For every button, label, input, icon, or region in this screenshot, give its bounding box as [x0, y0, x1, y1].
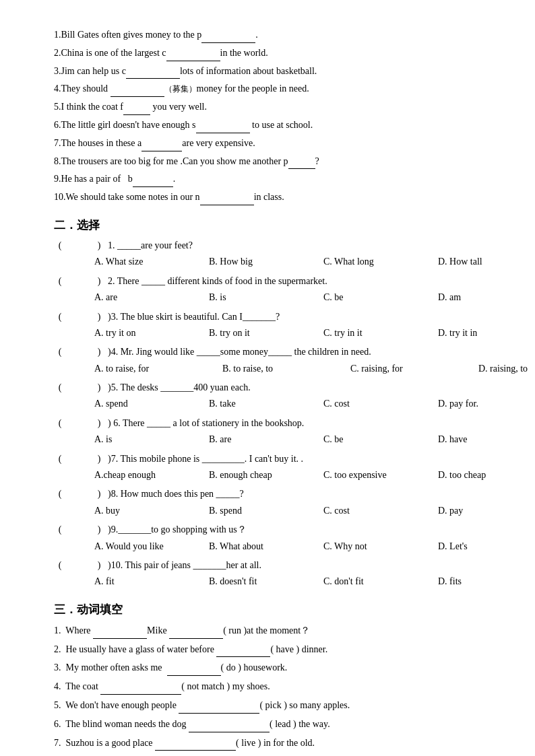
- space-q2: [66, 274, 93, 289]
- q5-optA: A. spend: [94, 397, 189, 411]
- q7-options: A.cheap enough B. enough cheap C. too ex…: [94, 468, 495, 483]
- q5-optB: B. take: [209, 397, 303, 411]
- mc-q4: ( ) )4. Mr. Jing would like _____some mo…: [54, 345, 495, 359]
- verb-q7: 7. Suzhou is a good place ( live ) in fo…: [54, 735, 495, 751]
- bracket-q9: (: [54, 522, 66, 537]
- verb-q5: 5. We don't have enough people ( pick ) …: [54, 697, 495, 714]
- bracket-close-q4: ): [93, 345, 105, 359]
- q2-optC: C. be: [323, 290, 418, 305]
- q8-text: )8. How much does this pen _____?: [108, 487, 244, 502]
- q10-options: A. fit B. doesn't fit C. don't fit D. fi…: [94, 574, 495, 589]
- q3-optA: A. try it on: [94, 326, 189, 341]
- mc-q7: ( ) )7. This mobile phone is _________. …: [54, 452, 495, 467]
- verb-q1: 1. Where Mike ( run )at the moment？: [54, 623, 495, 639]
- space-q5: [66, 380, 93, 395]
- q5-options: A. spend B. take C. cost D. pay for.: [94, 397, 495, 411]
- verb-q4: 4. The coat ( not match ) my shoes.: [54, 679, 495, 695]
- q4-optC: C. raising, for: [350, 362, 458, 376]
- bracket-q10: (: [54, 558, 66, 573]
- bracket-close-q2: ): [93, 274, 105, 289]
- q4-options: A. to raise, for B. to raise, to C. rais…: [94, 362, 495, 376]
- q10-optC: C. don't fit: [323, 574, 418, 589]
- space-q6: [66, 416, 93, 431]
- q6-text: ) 6. There _____ a lot of stationery in …: [108, 416, 304, 431]
- q4-text: )4. Mr. Jing would like _____some money_…: [108, 345, 371, 359]
- bracket-close-q5: ): [93, 380, 105, 395]
- space-q4: [66, 345, 93, 359]
- q1-optC: C. What long: [323, 254, 418, 269]
- q9-text: )9._______to go shopping with us？: [108, 522, 247, 537]
- q10-text: )10. This pair of jeans _______her at al…: [108, 558, 261, 573]
- part1-section: 1.Bill Gates often gives money to the p.…: [54, 27, 495, 205]
- bracket-close-q9: ): [93, 522, 105, 537]
- q1-options: A. What size B. How big C. What long D. …: [94, 254, 495, 269]
- q9-optD: D. Let's: [438, 539, 532, 554]
- q3-optB: B. try on it: [209, 326, 303, 341]
- space-q3: [66, 310, 93, 324]
- part1-q10: 10.We should take some notes in our nin …: [54, 189, 495, 205]
- q6-optB: B. are: [209, 432, 303, 447]
- q2-options: A. are B. is C. be D. am: [94, 290, 495, 305]
- q5-optD: D. pay for.: [438, 397, 532, 411]
- q10-optA: A. fit: [94, 574, 189, 589]
- verb-q3: 3. My mother often asks me ( do ) housew…: [54, 660, 495, 676]
- verb-q8: 8. He usually makes us ( get ) up quite …: [54, 753, 495, 756]
- q7-optB: B. enough cheap: [209, 468, 303, 483]
- q5-text: )5. The desks _______400 yuan each.: [108, 380, 251, 395]
- mc-q9: ( ) )9._______to go shopping with us？: [54, 522, 495, 537]
- bracket-close-q1: ): [93, 238, 105, 253]
- q2-optB: B. is: [209, 290, 303, 305]
- q1-optB: B. How big: [209, 254, 303, 269]
- q6-optD: D. have: [438, 432, 532, 447]
- mc-q2: ( ) 2. There _____ different kinds of fo…: [54, 274, 495, 289]
- mc-q3: ( ) )3. The blue skirt is beautiful. Can…: [54, 310, 495, 324]
- q9-options: A. Would you like B. What about C. Why n…: [94, 539, 495, 554]
- mc-q1: ( ) 1. _____are your feet?: [54, 238, 495, 253]
- q8-optD: D. pay: [438, 504, 532, 518]
- mc-q5: ( ) )5. The desks _______400 yuan each.: [54, 380, 495, 395]
- q4-optA: A. to raise, for: [94, 362, 202, 376]
- q8-optA: A. buy: [94, 504, 189, 518]
- bracket-close-q7: ): [93, 452, 105, 467]
- q6-options: A. is B. are C. be D. have: [94, 432, 495, 447]
- bracket-close-q10: ): [93, 558, 105, 573]
- mc-q6: ( ) ) 6. There _____ a lot of stationery…: [54, 416, 495, 431]
- q3-optC: C. try in it: [323, 326, 418, 341]
- q8-options: A. buy B. spend C. cost D. pay: [94, 504, 495, 518]
- mc-q8: ( ) )8. How much does this pen _____?: [54, 487, 495, 502]
- part1-q7: 7.The houses in these aare very expensiv…: [54, 135, 495, 151]
- q7-optC: C. too expensive: [323, 468, 418, 483]
- q10-optB: B. doesn't fit: [209, 574, 303, 589]
- part1-body: 1.Bill Gates often gives money to the p.…: [54, 27, 495, 205]
- q7-optD: D. too cheap: [438, 468, 532, 483]
- part1-q5: 5.I think the coat f you very well.: [54, 99, 495, 115]
- q4-optD: D. raising, to: [478, 362, 535, 376]
- q5-optC: C. cost: [323, 397, 418, 411]
- q8-optB: B. spend: [209, 504, 303, 518]
- bracket-q7: (: [54, 452, 66, 467]
- q1-optA: A. What size: [94, 254, 189, 269]
- part1-q9: 9.He has a pair of b.: [54, 171, 495, 187]
- q4-optB: B. to raise, to: [222, 362, 330, 376]
- bracket-q5: (: [54, 380, 66, 395]
- q3-optD: D. try it in: [438, 326, 532, 341]
- space-q8: [66, 487, 93, 502]
- q6-optA: A. is: [94, 432, 189, 447]
- part1-q1: 1.Bill Gates often gives money to the p.: [54, 27, 495, 43]
- q9-optB: B. What about: [209, 539, 303, 554]
- q7-text: )7. This mobile phone is _________. I ca…: [108, 452, 303, 467]
- q2-optD: D. am: [438, 290, 532, 305]
- space-q9: [66, 522, 93, 537]
- mc-q10: ( ) )10. This pair of jeans _______her a…: [54, 558, 495, 573]
- q2-text: 2. There _____ different kinds of food i…: [108, 274, 327, 289]
- verb-q6: 6. The blind woman needs the dog ( lead …: [54, 716, 495, 732]
- bracket-q6: (: [54, 416, 66, 431]
- bracket-q1: (: [54, 238, 66, 253]
- verb-q2: 2. He usually have a glass of water befo…: [54, 642, 495, 658]
- space-q1: [66, 238, 93, 253]
- q1-optD: D. How tall: [438, 254, 532, 269]
- part1-q2: 2.China is one of the largest cin the wo…: [54, 45, 495, 61]
- part1-q8: 8.The trousers are too big for me .Can y…: [54, 153, 495, 170]
- bracket-q4: (: [54, 345, 66, 359]
- bracket-q2: (: [54, 274, 66, 289]
